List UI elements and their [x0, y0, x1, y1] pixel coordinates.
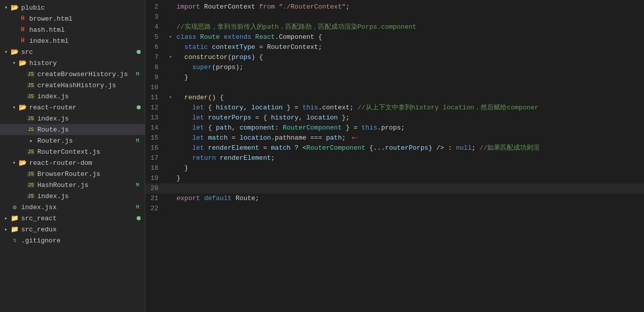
sidebar-item-react-router-dom-folder[interactable]: ▾📂react-router-dom — [0, 157, 145, 168]
code-line: 9 } — [145, 73, 644, 83]
file-label: index.js — [37, 115, 69, 122]
file-label: react-router — [29, 104, 77, 111]
collapse-arrow: ▾ — [166, 93, 174, 103]
modified-badge: M — [134, 138, 141, 144]
js-icon: JS — [26, 147, 35, 156]
dot-badge — [137, 50, 141, 54]
code-line: 16 let renderElement = match ? <RouterCo… — [145, 143, 644, 153]
file-label: createHashHistory.js — [37, 82, 116, 89]
js-icon: JS — [26, 70, 35, 79]
sidebar-item-RouterContext-js[interactable]: JSRouterContext.js — [0, 146, 145, 157]
sidebar-item-BrowserRouter-js[interactable]: JSBrowserRouter.js — [0, 168, 145, 179]
file-label: brower.html — [29, 15, 73, 23]
file-label: plubic — [21, 4, 45, 12]
file-label: RouterContext.js — [37, 148, 100, 156]
sidebar-item-src-folder[interactable]: ▾📂src — [0, 46, 145, 57]
file-label: src — [21, 48, 33, 56]
folder-icon: 📂 — [10, 47, 19, 56]
file-label: index.jsx — [21, 204, 56, 211]
folder-icon: 📁 — [10, 225, 19, 234]
chevron-icon: ▾ — [2, 4, 10, 12]
folder-icon: 📂 — [18, 58, 27, 68]
line-number: 20 — [145, 183, 166, 194]
line-number: 7 — [145, 52, 166, 63]
code-line: 15 let match = location.pathname === pat… — [145, 133, 644, 143]
file-label: index.html — [29, 37, 69, 45]
js-icon: JS — [26, 114, 35, 123]
sidebar-item-createHashHistory-js[interactable]: JScreateHashHistory.js — [0, 80, 145, 91]
line-number: 2 — [145, 2, 166, 12]
chevron-icon: ▾ — [10, 159, 18, 167]
sidebar-item-index-html[interactable]: Hindex.html — [0, 35, 145, 46]
js-icon: JS — [26, 180, 35, 190]
dot-badge — [137, 105, 141, 109]
sidebar-item-index-js-history[interactable]: JSindex.js — [0, 91, 145, 102]
file-label: Route.js — [37, 126, 69, 134]
annotation-arrow: ← — [352, 132, 358, 144]
collapse-arrow: ▾ — [166, 32, 174, 42]
code-line: 13 let routerPorps = { history, location… — [145, 113, 644, 123]
sidebar-item-plubic-folder[interactable]: ▾📂plubic — [0, 2, 145, 13]
sidebar-item-index-js-rrd[interactable]: JSindex.js — [0, 191, 145, 202]
code-line: 20 — [145, 183, 644, 194]
sidebar-item-src-react-folder[interactable]: ▸📁src_react — [0, 213, 145, 224]
file-label: HashRouter.js — [37, 181, 88, 189]
js-icon: JS — [26, 92, 35, 101]
line-number: 3 — [145, 12, 166, 22]
folder-open-icon: 📂 — [11, 48, 19, 56]
line-number: 5 — [145, 32, 166, 42]
line-content: } — [174, 163, 644, 173]
sidebar-item-hash-html[interactable]: Hhash.html — [0, 24, 145, 35]
chevron-icon: ▸ — [2, 225, 10, 233]
sidebar-item-createBrowserHistory-js[interactable]: JScreateBrowserHistory.jsM — [0, 69, 145, 80]
line-content: let { history, location } = this.context… — [174, 103, 644, 113]
folder-icon: 📂 — [18, 103, 27, 112]
html-icon: H — [18, 25, 27, 34]
line-number: 17 — [145, 153, 166, 163]
line-number: 13 — [145, 113, 166, 123]
code-line: 8 super(props); — [145, 63, 644, 73]
line-content: import RouterContext from "./RouterConte… — [174, 2, 644, 12]
sidebar-item-brower-html[interactable]: Hbrower.html — [0, 13, 145, 24]
sidebar-item-history-folder[interactable]: ▾📂history — [0, 57, 145, 69]
js-icon: JS — [26, 81, 35, 90]
code-line: 19} — [145, 173, 644, 183]
folder-icon: 📂 — [18, 158, 27, 167]
code-line: 22 — [145, 204, 644, 214]
special-icon: ✦ — [26, 136, 35, 145]
js-icon: JS — [26, 169, 35, 178]
sidebar-item-Router-js[interactable]: ✦Router.jsM — [0, 135, 145, 146]
line-content: let routerPorps = { history, location }; — [174, 113, 644, 123]
code-line: 10 — [145, 83, 644, 93]
modified-badge: M — [134, 182, 141, 188]
file-explorer[interactable]: ▾📂plubicHbrower.htmlHhash.htmlHindex.htm… — [0, 0, 145, 312]
line-content: class Route extends React.Component { — [174, 32, 644, 42]
sidebar-item-gitignore[interactable]: ⌥.gitignore — [0, 235, 145, 246]
sidebar-item-react-router-folder[interactable]: ▾📂react-router — [0, 102, 145, 113]
sidebar-item-index-jsx[interactable]: ⚙index.jsxM — [0, 202, 145, 213]
folder-open-icon: 📂 — [19, 103, 27, 111]
collapse-arrow: ▾ — [166, 52, 174, 63]
line-number: 4 — [145, 22, 166, 32]
line-number: 15 — [145, 133, 166, 143]
html-icon: H — [18, 14, 27, 23]
line-number: 19 — [145, 173, 166, 183]
sidebar-item-index-js-rr[interactable]: JSindex.js — [0, 113, 145, 124]
folder-open-icon: 📁 — [11, 214, 19, 222]
file-label: index.js — [37, 93, 69, 100]
dot-badge — [137, 216, 141, 220]
code-line: 18 } — [145, 163, 644, 173]
folder-open-icon: 📂 — [11, 4, 19, 12]
line-content: let match = location.pathname === path;← — [174, 133, 644, 143]
line-number: 8 — [145, 63, 166, 73]
code-line: 17 return renderElement; — [145, 153, 644, 163]
modified-badge: M — [134, 204, 141, 210]
file-label: history — [29, 59, 57, 67]
code-line: 12 let { history, location } = this.cont… — [145, 103, 644, 113]
sidebar-item-HashRouter-js[interactable]: JSHashRouter.jsM — [0, 179, 145, 191]
sidebar-item-src-redux-folder[interactable]: ▸📁src_redux — [0, 224, 145, 235]
line-content: render() { — [174, 93, 644, 103]
sidebar-item-Route-js[interactable]: JSRoute.js — [0, 124, 145, 135]
code-line: 5▾class Route extends React.Component { — [145, 32, 644, 42]
line-content: } — [174, 73, 644, 83]
